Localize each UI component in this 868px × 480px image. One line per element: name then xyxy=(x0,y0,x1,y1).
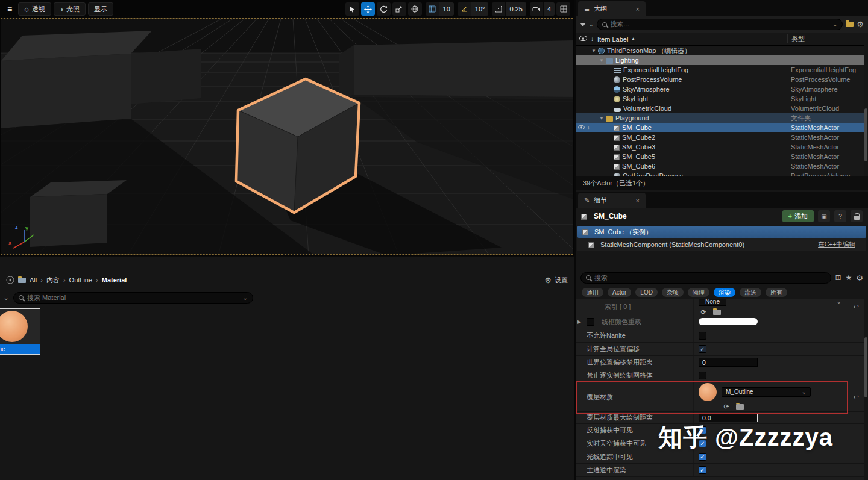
material-select[interactable]: M_Outline⌄ xyxy=(722,387,811,397)
property-checkbox[interactable]: ✓ xyxy=(699,426,706,434)
expander-caret-icon[interactable]: ▼ xyxy=(599,58,606,63)
viewport-layout-button[interactable] xyxy=(556,2,570,16)
tab-outliner[interactable]: ≣ 大纲 × xyxy=(578,1,646,16)
filter-tab-物理[interactable]: 物理 xyxy=(688,288,709,297)
new-folder-icon[interactable] xyxy=(846,22,854,27)
item-label-column-header[interactable]: Item Label ▲ xyxy=(597,36,787,43)
search-dropdown-caret-icon[interactable]: ⌄ xyxy=(832,21,837,28)
filter-tab-LOD[interactable]: LOD xyxy=(635,288,658,297)
breadcrumb-item[interactable]: OutLine xyxy=(69,276,93,284)
reset-to-default-icon[interactable]: ↩ xyxy=(848,393,864,401)
outliner-row-skylight[interactable]: SkyLightSkyLight xyxy=(576,94,864,104)
lit-mode-button[interactable]: ◑ 光照 xyxy=(54,2,86,16)
material-thumbnail[interactable] xyxy=(699,383,717,401)
select-tool-button[interactable] xyxy=(345,2,359,16)
details-search-input[interactable]: 搜索 xyxy=(580,272,831,284)
expander-caret-icon[interactable]: ▼ xyxy=(591,48,598,54)
favorites-star-icon[interactable]: ★ xyxy=(846,273,852,282)
outliner-scrollbar[interactable] xyxy=(864,108,867,161)
use-selected-asset-icon[interactable]: ⟳ xyxy=(699,308,708,316)
filter-tab-所有[interactable]: 所有 xyxy=(766,288,787,297)
visibility-column-icon[interactable] xyxy=(579,36,587,41)
color-swatch[interactable] xyxy=(699,318,758,325)
camera-speed-value[interactable]: 4 xyxy=(543,2,555,16)
viewport-hamburger-icon[interactable]: ≡ xyxy=(4,2,16,16)
property-checkbox[interactable]: ✓ xyxy=(699,332,706,340)
outliner-row-sm-cube2[interactable]: SM_Cube2StaticMeshActor xyxy=(576,132,864,142)
outliner-row-sm-cube6[interactable]: SM_Cube6StaticMeshActor xyxy=(576,161,864,171)
content-search-input[interactable]: 搜索 Material ⌄ xyxy=(13,292,253,304)
outliner-settings-icon[interactable]: ⚙ xyxy=(857,20,864,29)
property-checkbox[interactable]: ✓ xyxy=(699,372,706,379)
panel-options-icon[interactable]: ▣ xyxy=(818,210,830,222)
browse-to-asset-icon[interactable] xyxy=(713,310,721,315)
material-slot-dropdown[interactable]: None xyxy=(699,299,726,306)
property-checkbox[interactable]: ✓ xyxy=(699,440,706,447)
rotation-snap-value[interactable]: 10° xyxy=(471,2,489,16)
scale-snap-value[interactable]: 0.25 xyxy=(505,2,526,16)
outliner-row-playground[interactable]: ▼Playground文件夹 xyxy=(576,113,864,123)
grid-snap-value[interactable]: 10 xyxy=(439,2,454,16)
breadcrumb-item[interactable]: 内容 xyxy=(46,276,60,285)
tab-details[interactable]: ✎ 细节 × xyxy=(578,193,646,208)
edit-in-cpp-link[interactable]: 在C++中编辑 xyxy=(818,240,855,249)
outliner-row-exponentialheightfog[interactable]: ExponentialHeightFogExponentialHeightFog xyxy=(576,65,864,75)
rotation-snap-icon[interactable] xyxy=(458,2,471,16)
outliner-row-sm-cube[interactable]: ↓SM_CubeStaticMeshActor xyxy=(576,123,864,132)
property-checkbox[interactable]: ✓ xyxy=(699,453,706,461)
browse-to-asset-icon[interactable] xyxy=(736,404,744,410)
rotate-tool-button[interactable] xyxy=(377,2,391,16)
dropdown-caret-icon[interactable]: ⌄ xyxy=(837,299,841,305)
display-mode-icon[interactable]: ⊞ xyxy=(835,273,841,282)
filter-caret-icon[interactable]: ⌄ xyxy=(589,22,594,28)
settings-button[interactable]: ⚙ 设置 xyxy=(544,276,568,285)
world-space-toggle-button[interactable] xyxy=(408,2,422,16)
outliner-row-sm-cube5[interactable]: SM_Cube5StaticMeshActor xyxy=(576,152,864,161)
outliner-row-thirdpersonmap-[interactable]: ▼ThirdPersonMap （编辑器） xyxy=(576,46,864,55)
show-button[interactable]: 显示 xyxy=(88,2,113,16)
filter-tab-通用[interactable]: 通用 xyxy=(582,288,603,297)
expander-icon[interactable]: ▶ xyxy=(576,319,583,325)
outliner-row-lighting[interactable]: ▼Lighting xyxy=(576,55,864,65)
type-column-header[interactable]: 类型 xyxy=(787,34,864,43)
viewport-canvas[interactable]: x y z xyxy=(1,18,573,255)
add-component-button[interactable]: + 添加 xyxy=(782,210,814,222)
grid-snap-icon[interactable] xyxy=(426,2,439,16)
perspective-button[interactable]: ◇ 透视 xyxy=(18,2,51,16)
close-tab-icon[interactable]: × xyxy=(636,5,640,13)
filter-funnel-icon[interactable] xyxy=(580,23,586,26)
asset-tile-outline[interactable]: Outline xyxy=(0,309,40,354)
move-tool-button[interactable] xyxy=(361,2,375,16)
outliner-row-postprocessvolume[interactable]: PostProcessVolumePostProcessVolume xyxy=(576,75,864,84)
reset-to-default-icon[interactable]: ↩ xyxy=(848,303,864,311)
number-input[interactable]: 0 xyxy=(699,358,758,367)
outliner-search-input[interactable]: 搜索... ⌄ xyxy=(597,19,843,30)
visibility-eye-icon[interactable] xyxy=(578,125,584,129)
filter-tab-杂项[interactable]: 杂项 xyxy=(662,288,684,297)
scale-tool-button[interactable] xyxy=(392,2,406,16)
back-circle-icon[interactable] xyxy=(6,276,14,284)
scale-snap-icon[interactable] xyxy=(492,2,505,16)
outliner-row-outlinepostprocess[interactable]: OutLinePostProcessPostProcessVolume xyxy=(576,171,864,176)
expander-caret-icon[interactable]: ▼ xyxy=(599,116,606,121)
pin-icon[interactable]: ↓ xyxy=(587,125,590,131)
property-checkbox[interactable]: ✓ xyxy=(699,345,706,353)
number-input[interactable]: 0.0 xyxy=(699,413,758,422)
outliner-row-sm-cube3[interactable]: SM_Cube3StaticMeshActor xyxy=(576,142,864,152)
override-checkbox[interactable] xyxy=(587,318,594,326)
help-icon[interactable]: ? xyxy=(834,210,846,222)
outliner-row-volumetriccloud[interactable]: VolumetricCloudVolumetricCloud xyxy=(576,104,864,113)
breadcrumb-item[interactable]: All xyxy=(30,276,37,284)
use-selected-asset-icon[interactable]: ⟳ xyxy=(722,403,731,411)
filter-tab-流送[interactable]: 流送 xyxy=(740,288,761,297)
close-tab-icon[interactable]: × xyxy=(636,197,640,204)
pin-column-icon[interactable]: ↓ xyxy=(591,36,594,42)
instance-row[interactable]: SM_Cube （实例） xyxy=(577,226,866,238)
breadcrumb-item[interactable]: Material xyxy=(102,276,127,284)
lock-icon[interactable] xyxy=(851,210,863,222)
filter-tab-渲染[interactable]: 渲染 xyxy=(714,288,735,297)
property-checkbox[interactable]: ✓ xyxy=(699,466,706,474)
filter-tab-Actor[interactable]: Actor xyxy=(608,288,631,297)
details-settings-icon[interactable]: ⚙ xyxy=(856,273,863,282)
component-row[interactable]: StaticMeshComponent (StaticMeshComponent… xyxy=(577,238,866,251)
